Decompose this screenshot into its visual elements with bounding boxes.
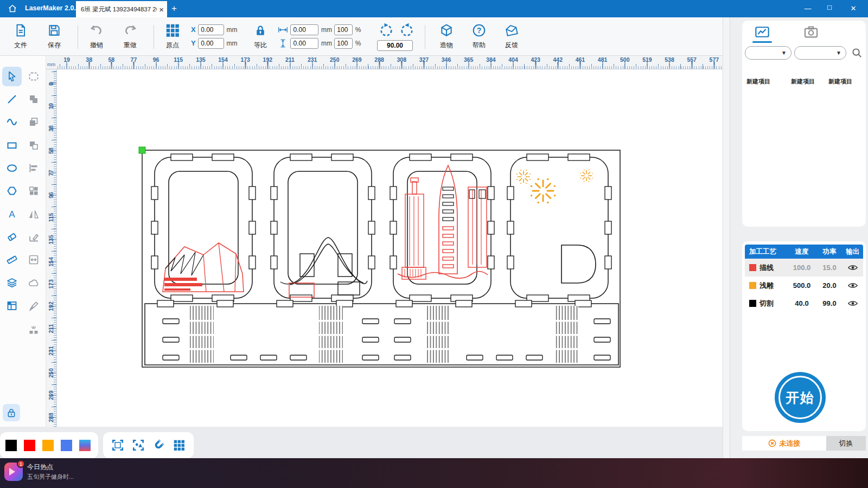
- magnet-snap-button[interactable]: [152, 439, 165, 452]
- table-icon: [6, 300, 18, 312]
- document-tab[interactable]: 6班 梁元斌 13923494837 2024. ×: [76, 1, 167, 17]
- create-button[interactable]: 造物: [431, 22, 462, 52]
- process-row-engrave[interactable]: 浅雕 500.0 20.0: [745, 277, 863, 294]
- panel4-fireworks[interactable]: [516, 169, 596, 283]
- panel2-landmark[interactable]: [280, 237, 367, 297]
- redo-button[interactable]: 重做: [115, 22, 145, 52]
- widgets-button[interactable]: 1 今日热点 五旬男子健身时...: [4, 463, 74, 481]
- y-position-input[interactable]: [198, 38, 224, 49]
- outer-cut-rect[interactable]: [142, 150, 620, 367]
- rotate-ccw-icon[interactable]: [379, 22, 394, 37]
- polygon-tool[interactable]: [2, 181, 22, 201]
- center-expand-tool[interactable]: [24, 250, 43, 269]
- protractor-pen-icon: [28, 231, 40, 243]
- file-button[interactable]: 文件: [5, 22, 36, 52]
- height-percent-input[interactable]: [334, 38, 353, 49]
- category-select[interactable]: ▼: [745, 46, 792, 60]
- ruler-tick-label: 211: [48, 324, 54, 333]
- process-row-cut[interactable]: 切割 40.0 99.0: [745, 294, 863, 312]
- palette-color-gradient[interactable]: [79, 440, 91, 451]
- project-item[interactable]: 新建项目: [828, 78, 852, 86]
- clone-shape-tool[interactable]: [24, 112, 43, 132]
- eraser-tool[interactable]: [2, 227, 22, 247]
- curve-tool[interactable]: [2, 112, 22, 132]
- project-item[interactable]: 新建项目: [746, 78, 770, 86]
- project-item[interactable]: 新建项目: [791, 78, 815, 86]
- calligraphy-tool[interactable]: [24, 296, 43, 316]
- selection-handle[interactable]: [139, 147, 145, 153]
- ellipse-tool[interactable]: [2, 158, 22, 178]
- fit-frame-button[interactable]: [111, 439, 124, 452]
- focus-selection-button[interactable]: [132, 439, 145, 452]
- svg-text:?: ?: [477, 26, 482, 35]
- hinge-strip[interactable]: [145, 300, 618, 365]
- home-button[interactable]: [5, 3, 20, 15]
- cloud-tool[interactable]: [24, 273, 43, 293]
- bottom-bar: [0, 427, 723, 458]
- select-tool[interactable]: [2, 67, 22, 86]
- output-visibility-toggle[interactable]: [843, 282, 863, 289]
- subtract-shapes-tool[interactable]: [24, 136, 43, 155]
- window-minimize-button[interactable]: —: [800, 4, 816, 12]
- palette-color-red[interactable]: [24, 440, 35, 451]
- height-input[interactable]: [290, 38, 318, 49]
- text-tool[interactable]: A: [2, 204, 22, 224]
- tab-gallery[interactable]: [755, 25, 770, 41]
- palette-color-orange[interactable]: [42, 440, 54, 451]
- vertical-scrollbar[interactable]: [723, 17, 730, 458]
- wave-icon: [6, 116, 18, 128]
- weld-shapes-tool[interactable]: [24, 89, 43, 109]
- width-percent-input[interactable]: [334, 24, 353, 35]
- align-tool[interactable]: [24, 158, 43, 178]
- living-hinges: [190, 306, 578, 363]
- widget-badge: 1: [17, 460, 25, 468]
- expand-icon: [28, 254, 40, 266]
- new-tab-button[interactable]: +: [171, 3, 177, 14]
- x-position-group: X mm: [191, 24, 238, 35]
- help-button[interactable]: ? 帮助: [464, 22, 494, 52]
- line-tool[interactable]: [2, 89, 22, 109]
- ruler-tool[interactable]: [2, 250, 22, 269]
- subcategory-select[interactable]: ▼: [794, 46, 846, 60]
- origin-button[interactable]: 原点: [157, 22, 188, 52]
- mirror-tool[interactable]: [24, 204, 43, 224]
- connection-status-button[interactable]: 未连接: [742, 436, 826, 451]
- tab-close-icon[interactable]: ×: [159, 5, 164, 14]
- switch-device-button[interactable]: 切换: [826, 436, 866, 451]
- layers-tool[interactable]: [2, 273, 22, 293]
- marquee-select-tool[interactable]: [24, 67, 43, 86]
- split-icon: [28, 324, 40, 336]
- grid-toggle-button[interactable]: [173, 439, 186, 452]
- start-button[interactable]: 开始: [775, 372, 826, 423]
- width-input[interactable]: [290, 24, 318, 35]
- rotate-angle-input[interactable]: [377, 40, 413, 51]
- x-position-input[interactable]: [198, 24, 224, 35]
- rotate-cw-icon[interactable]: [399, 22, 414, 37]
- canvas-lock-button[interactable]: [3, 404, 20, 421]
- break-apart-tool[interactable]: [24, 320, 43, 339]
- palette-color-blue[interactable]: [61, 440, 72, 451]
- feedback-button[interactable]: 反馈: [496, 22, 527, 52]
- save-button[interactable]: 保存: [39, 22, 69, 52]
- output-visibility-toggle[interactable]: [843, 300, 863, 307]
- palette-color-black[interactable]: [5, 440, 17, 451]
- process-row-trace[interactable]: 描线 100.0 15.0: [745, 259, 863, 277]
- canvas-design[interactable]: [57, 69, 723, 427]
- rectangle-tool[interactable]: [2, 136, 22, 155]
- window-maximize-button[interactable]: ☐: [821, 4, 838, 11]
- search-button[interactable]: [851, 47, 863, 61]
- undo-button[interactable]: 撤销: [81, 22, 112, 52]
- active-tab-underline: [752, 41, 772, 43]
- window-close-button[interactable]: ✕: [845, 4, 861, 12]
- table-tool[interactable]: [2, 296, 22, 316]
- arrange-grid-tool[interactable]: [24, 181, 43, 201]
- panel3-skyline[interactable]: [398, 165, 488, 279]
- tab-camera[interactable]: [803, 25, 819, 41]
- d-shape[interactable]: [561, 245, 596, 283]
- output-visibility-toggle[interactable]: [843, 264, 863, 271]
- measure-draw-tool[interactable]: [24, 227, 43, 247]
- canvas[interactable]: [57, 69, 723, 427]
- proportional-lock-button[interactable]: 等比: [245, 22, 276, 52]
- cloud-icon: [28, 277, 40, 289]
- redo-icon: [123, 23, 138, 37]
